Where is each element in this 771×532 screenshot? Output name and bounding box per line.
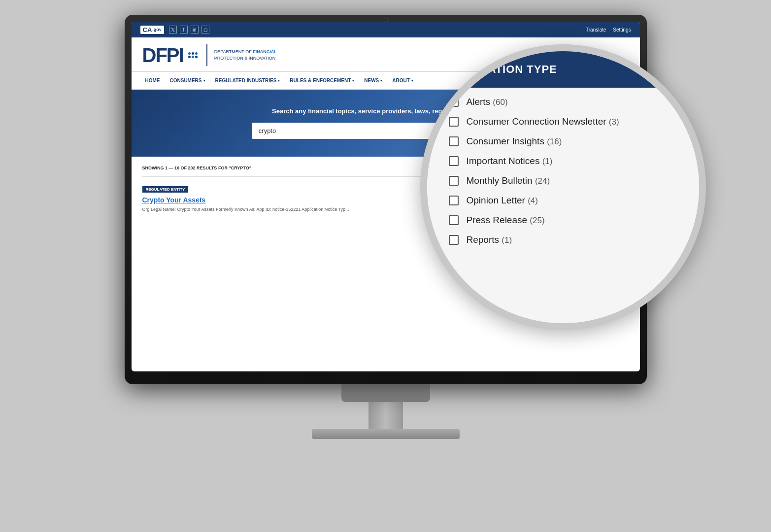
monitor-base xyxy=(312,429,460,439)
pub-item-opinion: Opinion Letter (4) xyxy=(449,195,677,206)
result-tag: REGULATED ENTITY xyxy=(142,186,189,193)
label-bulletin[interactable]: Monthly Bulletin (24) xyxy=(467,175,550,186)
settings-link[interactable]: Settings xyxy=(613,27,631,33)
pub-item-pressrelease: Press Release (25) xyxy=(449,215,677,226)
pub-item-bulletin: Monthly Bulletin (24) xyxy=(449,175,677,186)
pub-item-notices: Important Notices (1) xyxy=(449,156,677,166)
protection-text: PROTECTION & INNOVATION xyxy=(214,55,277,62)
regulated-arrow: ▾ xyxy=(278,79,280,83)
top-bar: CA.gov 𝕏 f in ◻ Translate Settings xyxy=(132,22,640,37)
checkbox-pressrelease[interactable] xyxy=(449,215,459,225)
twitter-icon[interactable]: 𝕏 xyxy=(169,26,177,33)
dept-text: DEPARTMENT OF xyxy=(214,49,253,54)
nav-item-consumers[interactable]: CONSUMERS▾ xyxy=(165,72,210,90)
label-opinion[interactable]: Opinion Letter (4) xyxy=(467,195,538,206)
publication-panel: PUBLICATION TYPE ▲ Alerts (60) Consumer … xyxy=(427,51,699,323)
monitor-stand-top xyxy=(341,384,430,402)
gov-text: .gov xyxy=(152,27,162,32)
ca-gov-logo: CA.gov xyxy=(140,26,164,34)
facebook-icon[interactable]: f xyxy=(180,26,188,33)
rules-arrow: ▾ xyxy=(352,79,354,83)
label-newsletter[interactable]: Consumer Connection Newsletter (3) xyxy=(467,116,619,127)
dfpi-logo: DFPI DEPARTMENT OF FINANCIAL P xyxy=(142,44,277,66)
pub-item-reports: Reports (1) xyxy=(449,234,677,245)
checkbox-newsletter[interactable] xyxy=(449,117,459,127)
label-pressrelease[interactable]: Press Release (25) xyxy=(467,215,545,226)
collapse-icon: ▲ xyxy=(673,65,681,74)
dfpi-divider xyxy=(206,44,207,66)
checkbox-reports[interactable] xyxy=(449,235,459,245)
financial-text: FINANCIAL xyxy=(253,49,277,54)
pub-item-newsletter: Consumer Connection Newsletter (3) xyxy=(449,116,677,127)
nav-item-about[interactable]: ABOUT▾ xyxy=(387,72,418,90)
translate-link[interactable]: Translate xyxy=(586,27,606,33)
nav-item-news[interactable]: NEWS▾ xyxy=(359,72,387,90)
ca-text: CA xyxy=(143,26,152,33)
top-bar-left: CA.gov 𝕏 f in ◻ xyxy=(140,26,209,34)
label-insights[interactable]: Consumer Insights (16) xyxy=(467,136,562,147)
magnified-overlay: PUBLICATION TYPE ▲ Alerts (60) Consumer … xyxy=(420,44,706,330)
nav-item-rules[interactable]: RULES & ENFORCEMENT▾ xyxy=(285,72,359,90)
nav-item-regulated[interactable]: REGULATED INDUSTRIES▾ xyxy=(210,72,285,90)
checkbox-notices[interactable] xyxy=(449,156,459,166)
about-arrow: ▾ xyxy=(411,79,413,83)
monitor: CA.gov 𝕏 f in ◻ Translate Settings xyxy=(115,15,657,498)
pub-item-insights: Consumer Insights (16) xyxy=(449,136,677,147)
pub-item-alerts: Alerts (60) xyxy=(449,97,677,107)
checkbox-insights[interactable] xyxy=(449,136,459,146)
label-alerts[interactable]: Alerts (60) xyxy=(467,97,508,107)
publication-items: Alerts (60) Consumer Connection Newslett… xyxy=(427,88,699,254)
news-arrow: ▾ xyxy=(380,79,382,83)
monitor-stand-pole xyxy=(369,402,403,429)
logo-dots xyxy=(188,52,198,58)
checkbox-bulletin[interactable] xyxy=(449,176,459,186)
dfpi-letters: DFPI xyxy=(142,45,183,65)
consumers-arrow: ▾ xyxy=(203,79,205,83)
top-bar-right: Translate Settings xyxy=(586,27,631,33)
nav-item-home[interactable]: HOME xyxy=(140,72,165,90)
instagram-icon[interactable]: ◻ xyxy=(201,26,209,33)
results-query: "CRYPTO" xyxy=(229,166,251,170)
linkedin-icon[interactable]: in xyxy=(191,26,199,33)
label-reports[interactable]: Reports (1) xyxy=(467,234,512,245)
label-notices[interactable]: Important Notices (1) xyxy=(467,156,553,166)
checkbox-opinion[interactable] xyxy=(449,196,459,205)
social-icons: 𝕏 f in ◻ xyxy=(169,26,209,33)
dfpi-text: DEPARTMENT OF FINANCIAL PROTECTION & INN… xyxy=(214,49,277,62)
